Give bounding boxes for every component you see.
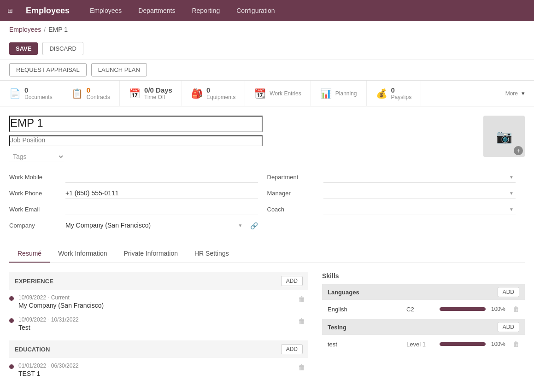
skill-english-bar-container (440, 307, 486, 311)
company-external-link-icon[interactable]: 🔗 (250, 222, 258, 229)
nav-departments[interactable]: Departments (135, 5, 179, 16)
breadcrumb-parent[interactable]: Employees (9, 26, 41, 33)
equipments-label: Equipments (206, 94, 235, 100)
tesing-add-button[interactable]: ADD (498, 322, 519, 332)
work-email-row: Work Email (9, 204, 258, 215)
skill-row-english: English C2 100% 🗑 (322, 303, 525, 316)
skill-english-percent: 100% (491, 306, 507, 312)
experience-content-0: 10/09/2022 - Current My Company (San Fra… (18, 294, 291, 309)
planning-icon: 📊 (320, 88, 332, 99)
tags-select[interactable]: Tags (9, 152, 65, 162)
education-header: Education ADD (9, 340, 308, 358)
stat-time-off[interactable]: 📅 0/0 Days Time Off (120, 81, 182, 106)
app-grid-icon[interactable]: ⊞ (7, 7, 13, 14)
launch-plan-button[interactable]: LAUNCH PLAN (91, 63, 147, 76)
skill-english-bar (440, 307, 486, 311)
timeline-dot (9, 318, 14, 323)
company-label: Company (9, 222, 60, 229)
time-off-count: 0/0 Days (144, 86, 172, 94)
experience-item-0: 10/09/2022 - Current My Company (San Fra… (9, 294, 308, 309)
languages-add-button[interactable]: ADD (498, 287, 519, 297)
stat-more[interactable]: More ▾ (496, 81, 534, 106)
skill-test-level: Level 1 (406, 341, 434, 348)
experience-date-1: 10/09/2022 - 10/31/2022 (18, 316, 291, 323)
stat-contracts[interactable]: 📋 0 Contracts (62, 81, 120, 106)
action-bar: SAVE DISCARD (0, 38, 534, 59)
experience-header: Experience ADD (9, 272, 308, 290)
education-content-0: 01/01/2022 - 06/30/2022 TEST 1 (18, 363, 291, 377)
work-mobile-row: Work Mobile (9, 171, 258, 183)
skill-english-delete[interactable]: 🗑 (513, 305, 519, 313)
coach-select-wrapper (323, 204, 516, 215)
nav-configuration[interactable]: Configuration (233, 5, 278, 16)
company-select-wrapper: My Company (San Francisco) (65, 220, 245, 231)
time-off-icon: 📅 (129, 88, 141, 99)
photo-add-icon: + (514, 146, 523, 155)
education-delete-0[interactable]: 🗑 (295, 363, 308, 373)
stat-planning[interactable]: 📊 Planning (311, 81, 367, 106)
skill-test-bar (440, 342, 486, 346)
skill-row-test: test Level 1 100% 🗑 (322, 338, 525, 351)
stat-documents[interactable]: 📄 0 Documents (0, 81, 62, 106)
time-off-label: Time Off (144, 94, 172, 100)
work-phone-label: Work Phone (9, 190, 60, 197)
stat-work-entries[interactable]: 📆 Work Entries (245, 81, 311, 106)
tab-private-information[interactable]: Private Information (115, 245, 186, 263)
employee-position-input[interactable] (9, 135, 263, 146)
employee-name-input[interactable] (9, 116, 263, 132)
nav-employees[interactable]: Employees (86, 5, 125, 16)
request-appraisal-button[interactable]: REQUEST APPRAISAL (9, 63, 87, 76)
payslips-label: Payslips (391, 94, 412, 100)
experience-delete-1[interactable]: 🗑 (295, 316, 308, 327)
save-button[interactable]: SAVE (9, 42, 38, 55)
resume-left: Experience ADD 10/09/2022 - Current My C… (9, 272, 308, 385)
more-label: More (505, 90, 518, 97)
discard-button[interactable]: DISCARD (42, 42, 83, 55)
work-phone-input[interactable] (65, 187, 258, 199)
languages-header: Languages ADD (322, 284, 525, 300)
nav-reporting[interactable]: Reporting (188, 5, 223, 16)
experience-delete-0[interactable]: 🗑 (295, 294, 308, 304)
experience-title: Experience (15, 278, 53, 285)
manager-select[interactable] (323, 187, 516, 199)
skill-english-name: English (328, 306, 401, 313)
employee-photo[interactable]: 📷 + (483, 116, 525, 157)
education-item-0: 01/01/2022 - 06/30/2022 TEST 1 🗑 (9, 363, 308, 377)
timeline-dot (9, 296, 14, 301)
work-mobile-label: Work Mobile (9, 174, 60, 181)
tab-work-information[interactable]: Work Information (50, 245, 115, 263)
languages-category-name: Languages (328, 289, 359, 296)
tab-hr-settings[interactable]: HR Settings (186, 245, 237, 263)
stat-equipments[interactable]: 🎒 0 Equipments (182, 81, 245, 106)
contracts-count: 0 (87, 86, 110, 94)
company-row: Company My Company (San Francisco) 🔗 (9, 220, 258, 231)
work-email-input[interactable] (65, 204, 258, 215)
education-add-button[interactable]: ADD (281, 344, 303, 354)
planning-label: Planning (335, 90, 357, 97)
camera-icon: 📷 (496, 129, 512, 144)
more-chevron-icon: ▾ (522, 90, 525, 97)
coach-select[interactable] (323, 204, 516, 215)
tab-resume[interactable]: Resumé (9, 245, 50, 263)
skill-test-name: test (328, 341, 401, 348)
department-select[interactable] (323, 171, 516, 183)
document-icon: 📄 (9, 88, 21, 99)
skill-category-languages: Languages ADD English C2 100% 🗑 (322, 284, 525, 316)
skill-test-delete[interactable]: 🗑 (513, 340, 519, 348)
coach-row: Coach (267, 204, 516, 215)
coach-label: Coach (267, 206, 318, 213)
smart-buttons-bar: REQUEST APPRAISAL LAUNCH PLAN (0, 59, 534, 81)
skill-english-level: C2 (406, 306, 434, 313)
company-select[interactable]: My Company (San Francisco) (65, 220, 245, 231)
tabs-list: Resumé Work Information Private Informat… (9, 245, 525, 263)
experience-date-0: 10/09/2022 - Current (18, 294, 291, 301)
documents-label: Documents (24, 94, 53, 100)
experience-add-button[interactable]: ADD (281, 276, 303, 286)
work-mobile-input[interactable] (65, 171, 258, 183)
breadcrumb-separator: / (44, 26, 46, 33)
skill-test-percent: 100% (491, 341, 507, 347)
stat-payslips[interactable]: 💰 0 Payslips (367, 81, 422, 106)
experience-name-1: Test (18, 324, 291, 331)
employee-form: Work Mobile Work Phone Work Email Compan… (9, 171, 525, 236)
form-left: Work Mobile Work Phone Work Email Compan… (9, 171, 267, 236)
